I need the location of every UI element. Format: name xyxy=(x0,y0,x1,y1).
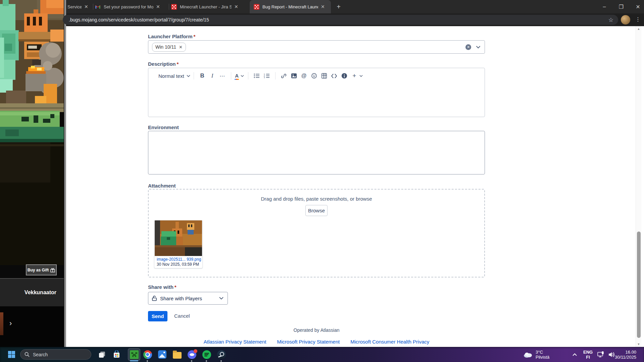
address-bar[interactable]: .bugs.mojang.com/servicedesk/customer/po… xyxy=(63,15,618,25)
launcher-platform-label: Launcher Platform* xyxy=(148,34,195,39)
send-button[interactable]: Send xyxy=(148,311,167,321)
weather-widget[interactable]: 3°C Pilvistä xyxy=(523,347,549,362)
footer-links: Atlassian Privacy Statement Microsoft Pr… xyxy=(148,339,485,345)
discord-icon[interactable] xyxy=(187,350,196,359)
link-microsoft-privacy[interactable]: Microsoft Privacy Statement xyxy=(277,339,340,345)
carousel-peek-image xyxy=(0,312,3,335)
buy-as-gift-label: Buy as Gift xyxy=(28,268,49,272)
mention-icon[interactable]: @ xyxy=(299,71,309,81)
link-icon[interactable] xyxy=(279,71,289,81)
share-with-dropdown[interactable]: Share with Players xyxy=(148,292,228,305)
windows-taskbar: Search xyxy=(0,347,644,362)
microsoft-store-icon[interactable] xyxy=(112,350,121,359)
more-formatting-icon[interactable]: ⋯ xyxy=(217,71,228,81)
text-color-icon[interactable]: A xyxy=(235,71,245,81)
browser-menu-icon[interactable]: ⋮ xyxy=(635,16,641,22)
bug-report-form: Launcher Platform* Win 10/11 ✕ ✕ Descrip… xyxy=(66,26,636,347)
close-icon[interactable]: ✕ xyxy=(321,4,325,9)
running-indicator-dot xyxy=(206,360,207,362)
minecraft-launcher-taskbar-active[interactable] xyxy=(128,348,140,361)
close-icon[interactable]: ✕ xyxy=(84,4,88,9)
browser-tab-strip: Service M ✕ Set your password for Mojira… xyxy=(66,0,644,13)
chip-remove-icon[interactable]: ✕ xyxy=(179,45,183,50)
launcher-carousel: › xyxy=(0,306,64,347)
tab-bug-report-active[interactable]: Bug Report - Minecraft Launche ✕ xyxy=(250,0,331,13)
taskbar-search[interactable]: Search xyxy=(20,349,91,360)
attachment-file-date: 30 Nov 2025, 03:59 PM xyxy=(157,262,202,267)
share-with-value: Share with Players xyxy=(160,296,202,301)
tab-service[interactable]: Service M ✕ xyxy=(67,0,92,13)
environment-label: Environment xyxy=(148,124,179,130)
platform-chip[interactable]: Win 10/11 ✕ xyxy=(152,43,186,52)
scroll-up-icon[interactable]: ▲ xyxy=(637,27,640,31)
tab-mojira-password[interactable]: Set your password for Mojira Bu ✕ xyxy=(95,0,167,13)
carousel-next-icon[interactable]: › xyxy=(9,320,12,327)
italic-icon[interactable]: I xyxy=(207,71,217,81)
buy-as-gift-button[interactable]: Buy as Gift xyxy=(26,264,57,275)
mojang-bug-icon xyxy=(171,4,177,10)
minecraft-launcher-window: Buy as Gift Vekkunaator › xyxy=(0,0,66,347)
image-icon[interactable] xyxy=(289,71,299,81)
close-icon[interactable]: ✕ xyxy=(234,4,238,9)
bullet-list-icon[interactable] xyxy=(252,71,262,81)
text-style-dropdown[interactable]: Normal text xyxy=(158,71,190,81)
chrome-icon[interactable] xyxy=(143,350,152,359)
tray-expand-icon[interactable] xyxy=(573,347,577,362)
page-scrollbar[interactable]: ▲ ▼ xyxy=(636,26,641,347)
language-primary: ENG xyxy=(583,350,593,355)
task-view-icon[interactable] xyxy=(97,350,106,359)
browser-toolbar: .bugs.mojang.com/servicedesk/customer/po… xyxy=(66,13,644,26)
window-controls: – ❐ ✕ xyxy=(601,0,641,13)
emoji-icon[interactable] xyxy=(309,71,319,81)
weather-temp: 3°C xyxy=(536,350,549,355)
clear-field-icon[interactable]: ✕ xyxy=(465,44,471,50)
minimize-icon[interactable]: – xyxy=(601,3,608,10)
file-explorer-icon[interactable] xyxy=(172,350,182,359)
environment-textarea[interactable] xyxy=(148,131,485,174)
new-tab-button[interactable]: + xyxy=(335,3,343,11)
photos-icon[interactable] xyxy=(158,350,167,359)
attachment-thumbnail-card[interactable]: image-202511... 939.png 30 Nov 2025, 03:… xyxy=(154,220,203,268)
code-icon[interactable] xyxy=(329,71,339,81)
table-icon[interactable] xyxy=(319,71,329,81)
network-icon[interactable] xyxy=(597,347,605,362)
launcher-artwork xyxy=(0,0,64,265)
restore-icon[interactable]: ❐ xyxy=(618,3,625,10)
svg-text:3: 3 xyxy=(264,76,265,79)
description-editor[interactable]: Normal text B I ⋯ A xyxy=(148,68,485,117)
bookmark-star-icon[interactable]: ☆ xyxy=(608,16,613,23)
close-window-icon[interactable]: ✕ xyxy=(635,3,641,10)
volume-icon[interactable] xyxy=(608,347,615,362)
cancel-button[interactable]: Cancel xyxy=(174,313,190,319)
description-label: Description* xyxy=(148,61,179,67)
search-icon xyxy=(24,352,30,357)
tab-title: Bug Report - Minecraft Launche xyxy=(262,4,318,9)
bold-icon[interactable]: B xyxy=(197,71,207,81)
steam-icon[interactable] xyxy=(217,350,226,359)
cloud-icon xyxy=(523,351,533,358)
chevron-down-icon[interactable] xyxy=(359,75,363,77)
language-selector[interactable]: ENG FI xyxy=(583,347,593,362)
start-button[interactable] xyxy=(8,351,15,358)
launcher-platform-select[interactable]: Win 10/11 ✕ ✕ xyxy=(148,40,485,54)
tab-minecraft-launcher-jira[interactable]: Minecraft Launcher - Jira Servic ✕ xyxy=(171,0,246,13)
close-icon[interactable]: ✕ xyxy=(156,4,160,9)
gift-icon xyxy=(50,268,55,272)
insert-more-icon[interactable]: + xyxy=(349,71,359,81)
description-input-area[interactable] xyxy=(148,84,485,116)
scrollbar-thumb[interactable] xyxy=(637,231,641,338)
browse-button[interactable]: Browse xyxy=(305,205,328,216)
info-icon[interactable] xyxy=(339,71,349,81)
chevron-down-icon[interactable] xyxy=(476,46,481,49)
spotify-icon[interactable] xyxy=(202,350,211,359)
link-microsoft-health-privacy[interactable]: Microsoft Consumer Health Privacy xyxy=(350,339,429,345)
browser-profile-avatar[interactable] xyxy=(621,15,630,24)
launcher-profile-bar[interactable]: Vekkunaator xyxy=(0,279,64,306)
chevron-down-icon xyxy=(187,75,190,77)
numbered-list-icon[interactable]: 123 xyxy=(262,71,272,81)
dropzone-text: Drag and drop files, paste screenshots, … xyxy=(148,196,485,202)
chevron-down-icon xyxy=(241,75,244,77)
link-atlassian-privacy[interactable]: Atlassian Privacy Statement xyxy=(204,339,266,345)
taskbar-clock[interactable]: 16.00 30/11/2025 xyxy=(615,347,636,362)
scroll-down-icon[interactable]: ▼ xyxy=(637,343,640,346)
